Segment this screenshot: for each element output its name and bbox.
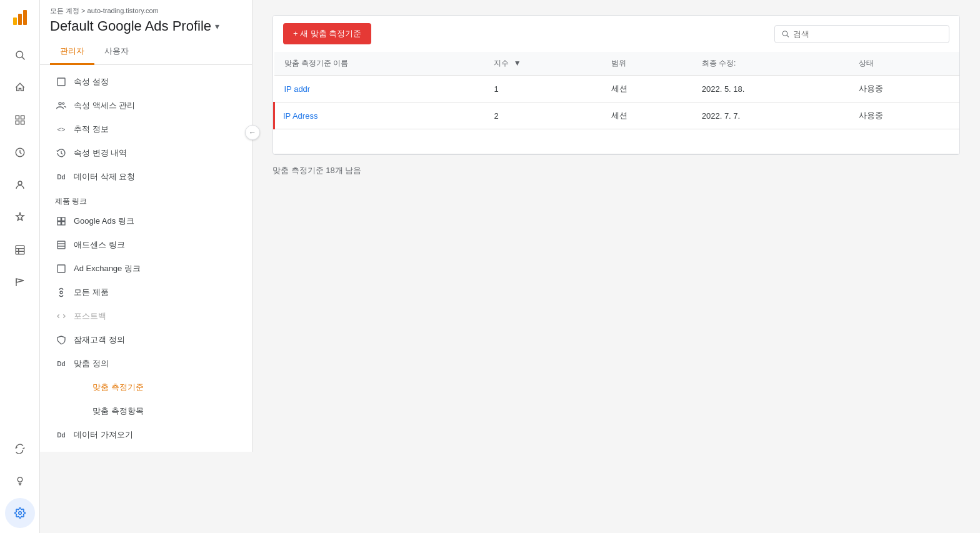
postback-icon [55, 310, 68, 322]
nav-item-custom-def[interactable]: Dd 맞춤 정의 [40, 352, 252, 376]
nav-label-delete-request: 데이터 삭제 요청 [74, 171, 135, 182]
link-name-1[interactable]: IP addr [284, 84, 311, 94]
nav-item-postback[interactable]: 포스트백 [40, 304, 252, 328]
nav-label-custom-def: 맞춤 정의 [74, 358, 109, 369]
tab-admin[interactable]: 관리자 [50, 39, 94, 65]
svg-rect-15 [58, 78, 65, 86]
property-settings-icon [55, 76, 68, 88]
nav-label-custom-dimension: 맞춤 측정기준 [74, 382, 144, 393]
sort-arrow-index: ▼ [514, 59, 521, 67]
cell-status-1: 사용중 [849, 76, 959, 102]
main-content: + 새 맞춤 측정기준 맞춤 측정기준 이름 지수 ▼ 범위 최종 수정: 상태 [252, 0, 980, 533]
nav-label-all-products: 모든 제품 [74, 287, 109, 298]
search-icon [781, 29, 789, 38]
nav-item-history[interactable]: 속성 변경 내역 [40, 141, 252, 165]
svg-point-14 [18, 512, 21, 515]
cell-index-2: 2 [484, 102, 601, 129]
svg-point-7 [18, 181, 22, 185]
svg-rect-22 [58, 241, 65, 249]
nav-item-delete-request[interactable]: Dd 데이터 삭제 요청 [40, 165, 252, 189]
nav-item-all-products[interactable]: 모든 제품 [40, 281, 252, 304]
sidebar-icon-home[interactable] [5, 72, 35, 102]
svg-point-17 [62, 102, 64, 104]
nav-label-adexchange: Ad Exchange 링크 [74, 263, 141, 274]
empty-row [274, 129, 960, 154]
sidebar-icon-user[interactable] [5, 170, 35, 200]
svg-point-16 [59, 102, 61, 105]
svg-line-1 [22, 57, 24, 59]
col-header-index[interactable]: 지수 ▼ [484, 52, 601, 76]
nav-label-audience: 잠재고객 정의 [74, 334, 125, 346]
svg-point-26 [60, 291, 62, 294]
tab-user[interactable]: 사용자 [94, 39, 139, 65]
nav-label-access-management: 속성 액세스 관리 [74, 100, 135, 111]
nav-item-data-import[interactable]: Dd 데이터 가져오기 [40, 423, 252, 447]
nav-item-adexchange[interactable]: Ad Exchange 링크 [40, 257, 252, 281]
logo-bar-2 [18, 14, 22, 25]
sidebar-icon-pin[interactable] [5, 202, 35, 232]
cell-modified-2: 2022. 7. 7. [692, 102, 849, 129]
tabs: 관리자 사용자 [50, 39, 242, 64]
cell-scope-2: 세션 [601, 102, 692, 129]
nav-label-history: 속성 변경 내역 [74, 147, 127, 159]
nav-label-property-settings: 속성 설정 [74, 76, 109, 87]
nav-label-tracking: 추적 정보 [74, 124, 109, 135]
sidebar-icon-refresh[interactable] [5, 433, 35, 463]
remaining-label: 맞춤 측정기준 18개 남음 [272, 165, 960, 176]
sidebar-icon-reports[interactable] [5, 105, 35, 135]
nav-item-adsense[interactable]: 애드센스 링크 [40, 233, 252, 257]
sidebar-icon-bulb[interactable] [5, 466, 35, 496]
all-products-icon [55, 286, 68, 299]
sidebar-icon-clock[interactable] [5, 137, 35, 167]
nav-item-property-settings[interactable]: 속성 설정 [40, 70, 252, 94]
nav-item-audience[interactable]: 잠재고객 정의 [40, 328, 252, 352]
nav-item-google-ads[interactable]: Google Ads 링크 [40, 209, 252, 233]
page-title: Default Google Ads Profile [50, 18, 211, 34]
sidebar-icon-table[interactable] [5, 235, 35, 265]
nav-item-access-management[interactable]: 속성 액세스 관리 [40, 94, 252, 117]
sidebar-icon-gear[interactable] [5, 498, 35, 528]
col-header-status: 상태 [849, 52, 959, 76]
nav-item-tracking[interactable]: <> 추적 정보 [40, 117, 252, 141]
svg-line-28 [787, 35, 789, 37]
col-header-scope: 범위 [601, 52, 692, 76]
cell-index-1: 1 [484, 76, 601, 102]
nav-label-data-import: 데이터 가져오기 [74, 429, 133, 441]
cell-name-1: IP addr [274, 76, 484, 102]
collapse-nav-button[interactable]: ← [245, 125, 260, 140]
svg-rect-18 [58, 217, 61, 221]
header: 모든 계정 > auto-trading.tistory.com Default… [40, 0, 252, 65]
logo-bar-3 [23, 10, 27, 25]
nav-label-google-ads: Google Ads 링크 [74, 216, 134, 227]
custom-dimension-icon [55, 381, 68, 394]
table-card: + 새 맞춤 측정기준 맞춤 측정기준 이름 지수 ▼ 범위 최종 수정: 상태 [272, 15, 960, 155]
page-title-dropdown[interactable]: ▾ [215, 21, 219, 31]
add-custom-dimension-button[interactable]: + 새 맞춤 측정기준 [283, 23, 371, 44]
svg-rect-5 [21, 121, 24, 124]
col-header-last-modified: 최종 수정: [692, 52, 849, 76]
custom-metric-icon [55, 405, 68, 417]
nav-label-custom-metric: 맞춤 측정항목 [74, 406, 144, 417]
table-row: IP addr 1 세션 2022. 5. 18. 사용중 [274, 76, 960, 102]
logo-bar-1 [13, 17, 17, 25]
history-icon [55, 147, 68, 159]
logo[interactable] [8, 5, 32, 30]
search-input[interactable] [793, 29, 942, 39]
cell-modified-1: 2022. 5. 18. [692, 76, 849, 102]
nav-panel: 모든 계정 > auto-trading.tistory.com Default… [40, 0, 252, 452]
nav-label-postback: 포스트백 [74, 311, 106, 322]
nav-item-custom-dimension[interactable]: 맞춤 측정기준 [40, 376, 252, 399]
table-toolbar: + 새 맞춤 측정기준 [273, 16, 959, 52]
svg-rect-21 [62, 222, 65, 225]
audience-icon [55, 334, 68, 346]
nav-panel-wrapper: 모든 계정 > auto-trading.tistory.com Default… [40, 0, 252, 533]
col-header-name: 맞춤 측정기준 이름 [274, 52, 484, 76]
link-name-2[interactable]: IP Adress [283, 111, 318, 121]
sidebar-icon-search[interactable] [5, 40, 35, 70]
breadcrumb-link[interactable]: 모든 계정 > auto-trading.tistory.com [50, 7, 159, 14]
svg-rect-4 [16, 121, 19, 124]
custom-def-icon: Dd [55, 357, 68, 370]
sidebar-icon-flag[interactable] [5, 267, 35, 297]
nav-item-custom-metric[interactable]: 맞춤 측정항목 [40, 399, 252, 423]
icon-sidebar [0, 0, 40, 533]
